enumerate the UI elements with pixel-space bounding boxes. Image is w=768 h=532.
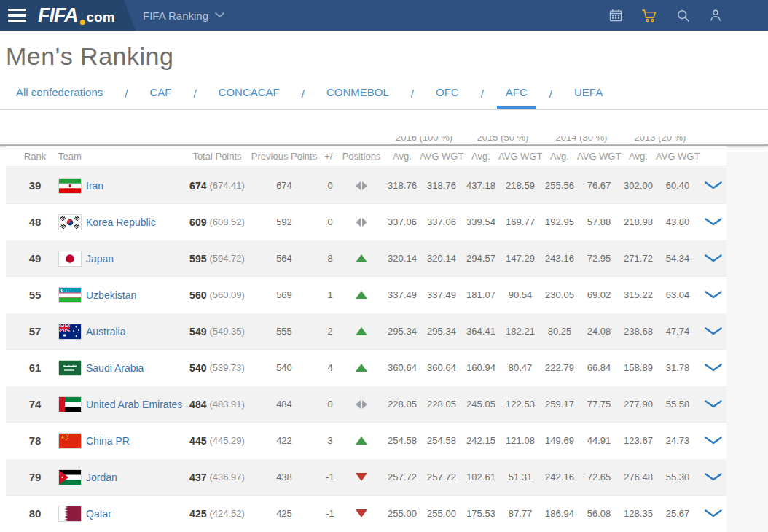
total-points: 540 bbox=[189, 362, 206, 374]
expand-chevron-icon[interactable] bbox=[705, 218, 722, 226]
stat-value: 245.05 bbox=[463, 399, 498, 410]
team-link[interactable]: Korea Republic bbox=[86, 216, 156, 228]
tab-separator: / bbox=[411, 87, 414, 100]
expand-chevron-icon[interactable] bbox=[705, 327, 722, 335]
stat-value: 337.06 bbox=[385, 216, 420, 227]
tab-concacaf[interactable]: CONCACAF bbox=[210, 78, 289, 109]
col-header-avg-wgt: AVG WGT bbox=[420, 151, 463, 162]
table-row[interactable]: 57Australia549(549.35)5552295.34295.3436… bbox=[6, 313, 726, 349]
team-link[interactable]: United Arab Emirates bbox=[86, 399, 182, 410]
table-row[interactable]: 80Qatar425(424.52)425-1255.00255.00175.5… bbox=[6, 495, 726, 531]
stat-value: 31.78 bbox=[656, 362, 700, 373]
stat-value: 80.25 bbox=[542, 326, 577, 337]
stat-value: 255.56 bbox=[542, 180, 577, 191]
stat-value: 318.76 bbox=[385, 180, 420, 191]
rank-value: 61 bbox=[6, 361, 54, 374]
team-link[interactable]: Saudi Arabia bbox=[86, 362, 144, 374]
table-row[interactable]: 78China PR445(445.29)4223254.58254.58242… bbox=[6, 422, 726, 458]
menu-icon[interactable] bbox=[8, 9, 26, 23]
previous-points: 540 bbox=[246, 362, 322, 373]
stat-value: 238.68 bbox=[621, 326, 656, 337]
stat-value: 121.08 bbox=[498, 435, 542, 446]
table-row[interactable]: 74United Arab Emirates484(483.91)4840228… bbox=[6, 386, 726, 422]
stat-value: 222.79 bbox=[542, 362, 577, 373]
expand-chevron-icon[interactable] bbox=[705, 254, 722, 262]
stat-value: 218.98 bbox=[621, 216, 656, 227]
expand-chevron-icon[interactable] bbox=[705, 291, 722, 299]
stat-value: 63.04 bbox=[656, 289, 700, 300]
table-row[interactable]: 39Iran674(674.41)6740318.76318.76437.182… bbox=[6, 167, 726, 203]
expand-chevron-icon[interactable] bbox=[705, 400, 722, 408]
tab-afc[interactable]: AFC bbox=[497, 78, 536, 109]
total-points: 437 bbox=[189, 472, 206, 483]
tab-separator: / bbox=[481, 87, 484, 100]
fifa-logo[interactable]: FIFA com bbox=[38, 6, 115, 26]
table-row[interactable]: 55Uzbekistan560(560.09)5691337.49337.491… bbox=[6, 276, 726, 313]
total-points: 674 bbox=[189, 180, 206, 192]
cart-icon[interactable] bbox=[640, 7, 658, 23]
stat-value: 56.08 bbox=[577, 508, 621, 519]
topbar-nav-dropdown[interactable]: FIFA Ranking bbox=[143, 0, 224, 31]
col-header-team: Team bbox=[54, 151, 188, 162]
search-icon[interactable] bbox=[675, 8, 691, 23]
previous-points: 438 bbox=[246, 472, 322, 482]
position-change: 1 bbox=[322, 289, 338, 300]
user-icon[interactable] bbox=[708, 7, 723, 23]
total-points-exact: (445.29) bbox=[209, 435, 244, 446]
team-link[interactable]: Australia bbox=[86, 326, 125, 337]
team-link[interactable]: Iran bbox=[86, 180, 103, 192]
total-points: 560 bbox=[189, 289, 206, 301]
stat-value: 76.67 bbox=[577, 180, 621, 191]
expand-chevron-icon[interactable] bbox=[705, 437, 722, 445]
tab-caf[interactable]: CAF bbox=[141, 78, 180, 109]
rank-value: 57 bbox=[6, 325, 54, 337]
previous-points: 564 bbox=[246, 253, 322, 264]
table-row[interactable]: 49Japan595(594.72)5648320.14320.14294.57… bbox=[6, 240, 726, 276]
team-link[interactable]: China PR bbox=[86, 435, 130, 447]
expand-chevron-icon[interactable] bbox=[705, 364, 722, 372]
tab-separator: / bbox=[302, 87, 305, 100]
team-link[interactable]: Uzbekistan bbox=[86, 289, 136, 301]
tab-uefa[interactable]: UEFA bbox=[565, 78, 611, 109]
topbar-icons bbox=[608, 0, 723, 31]
rank-value: 74 bbox=[6, 398, 54, 410]
table-row[interactable]: 79Jordan437(436.97)438-1257.72257.72102.… bbox=[6, 458, 726, 495]
col-header-previous-points: Previous Points bbox=[246, 151, 322, 162]
team-link[interactable]: Qatar bbox=[86, 508, 111, 520]
ranking-table: Rank Team Total Points Previous Points +… bbox=[6, 146, 726, 531]
stat-value: 72.95 bbox=[577, 253, 621, 264]
table-row[interactable]: 61Saudi Arabia540(539.73)5404360.64360.6… bbox=[6, 349, 726, 386]
previous-points: 592 bbox=[246, 216, 322, 227]
content-gap bbox=[0, 110, 768, 136]
tab-all-confederations[interactable]: All confederations bbox=[7, 78, 111, 109]
expand-chevron-icon[interactable] bbox=[705, 509, 722, 517]
calendar-icon[interactable] bbox=[608, 7, 623, 23]
team-link[interactable]: Japan bbox=[86, 253, 114, 265]
stat-value: 87.77 bbox=[498, 508, 542, 519]
stat-value: 254.58 bbox=[385, 435, 420, 446]
stat-value: 51.31 bbox=[498, 472, 542, 482]
team-link[interactable]: Jordan bbox=[86, 472, 117, 483]
tab-ofc[interactable]: OFC bbox=[427, 78, 468, 109]
table-row[interactable]: 48Korea Republic609(608.52)5920337.06337… bbox=[6, 203, 726, 240]
stat-value: 320.14 bbox=[385, 253, 420, 264]
logo-text-com: com bbox=[87, 10, 115, 24]
total-points: 445 bbox=[189, 435, 206, 447]
trend-up-icon bbox=[356, 291, 367, 299]
stat-value: 318.76 bbox=[420, 180, 463, 191]
stat-value: 60.40 bbox=[656, 180, 700, 191]
col-header-avg: Avg. bbox=[621, 151, 656, 162]
logo-text-fifa: FIFA bbox=[38, 6, 78, 26]
stat-value: 255.00 bbox=[420, 508, 463, 519]
saudi-arabia-flag-icon bbox=[58, 360, 82, 376]
stat-value: 55.58 bbox=[656, 399, 700, 410]
stat-value: 302.00 bbox=[621, 180, 656, 191]
stat-value: 43.80 bbox=[656, 216, 700, 227]
stat-value: 77.75 bbox=[577, 399, 621, 410]
expand-chevron-icon[interactable] bbox=[705, 181, 722, 189]
tab-conmebol[interactable]: CONMEBOL bbox=[318, 78, 398, 109]
expand-chevron-icon[interactable] bbox=[705, 473, 722, 481]
logo-dot bbox=[80, 20, 85, 25]
table-header-row: Rank Team Total Points Previous Points +… bbox=[6, 146, 726, 167]
rank-value: 80 bbox=[6, 507, 54, 520]
